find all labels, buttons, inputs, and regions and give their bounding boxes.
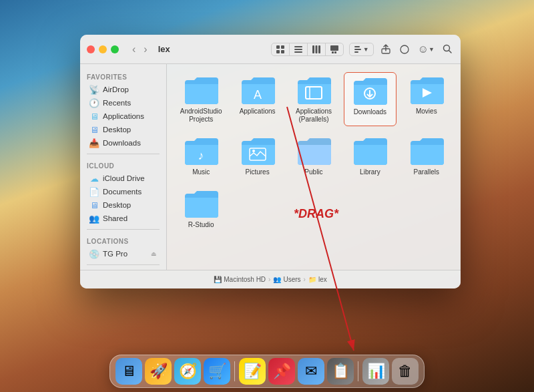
- file-name-music: Music: [192, 168, 210, 176]
- sidebar-item-icloud-drive[interactable]: ☁ iCloud Drive: [83, 172, 164, 185]
- breadcrumb-lex-icon: 📁: [308, 276, 316, 283]
- dock-item-launchpad[interactable]: 🚀: [145, 358, 172, 385]
- sidebar: Favorites 📡 AirDrop 🕐 Recents 🖥 Applicat…: [80, 64, 167, 270]
- minimize-button[interactable]: [99, 45, 107, 53]
- breadcrumb-hdd: 💾: [214, 276, 222, 283]
- file-name-movies: Movies: [416, 108, 437, 116]
- list-item[interactable]: Public: [288, 133, 340, 179]
- folder-icon-pictures: [239, 136, 276, 166]
- svg-rect-12: [334, 51, 336, 53]
- dock-item-mail[interactable]: ✉: [298, 358, 324, 385]
- sidebar-divider-1: [87, 154, 160, 154]
- downloads-sidebar-icon: 📥: [89, 138, 99, 148]
- more-button[interactable]: ☺ ▼: [417, 42, 436, 57]
- activity-dock-icon: 📊: [367, 363, 385, 380]
- dock-item-notes[interactable]: 📝: [239, 358, 266, 385]
- sidebar-item-downloads[interactable]: 📥 Downloads: [83, 136, 164, 150]
- sidebar-item-desktop[interactable]: 🖥 Desktop: [83, 123, 164, 136]
- sidebar-item-icloud-desktop[interactable]: 🖥 Desktop: [83, 198, 164, 212]
- folder-icon-movies: [408, 75, 445, 106]
- dock-item-safari[interactable]: 🧭: [174, 358, 201, 385]
- svg-line-19: [449, 51, 452, 53]
- icloud-icon: ☁: [89, 174, 99, 183]
- svg-rect-4: [294, 46, 302, 47]
- breadcrumb-users-icon: 👥: [273, 276, 281, 283]
- maximize-button[interactable]: [111, 45, 119, 53]
- forward-button[interactable]: ›: [141, 42, 150, 57]
- svg-rect-11: [332, 51, 334, 53]
- file-area: AndroidStudioProjects A Applications: [167, 64, 461, 270]
- file-name-downloads: Downloads: [354, 108, 386, 116]
- file-name-rstudio: R-Studio: [188, 221, 214, 229]
- sidebar-item-recents[interactable]: 🕐 Recents: [83, 96, 164, 110]
- svg-rect-6: [294, 51, 302, 53]
- close-button[interactable]: [87, 45, 95, 53]
- dock-separator: [234, 361, 235, 381]
- dock-item-appstore[interactable]: 🛒: [204, 358, 230, 385]
- list-item[interactable]: Applications (Parallels): [288, 72, 340, 126]
- dock-item-taskpaper[interactable]: 📋: [327, 358, 354, 385]
- list-item[interactable]: Movies: [400, 72, 453, 126]
- file-name-parallels: Parallels: [414, 168, 439, 176]
- favorites-label: Favorites: [80, 69, 166, 83]
- svg-rect-2: [276, 50, 280, 53]
- breadcrumb-users: 👥 Users: [273, 276, 300, 283]
- folder-icon-downloads: [351, 75, 388, 106]
- svg-text:A: A: [254, 88, 262, 102]
- dock-item-trash[interactable]: 🗑: [392, 358, 419, 385]
- dock: 🖥 🚀 🧭 🛒 📝 📌 ✉ 📋 📊 🗑: [109, 355, 425, 388]
- list-item[interactable]: Parallels: [400, 133, 453, 179]
- eject-icon[interactable]: ⏏: [151, 250, 157, 257]
- svg-point-17: [400, 45, 409, 53]
- sidebar-downloads-label: Downloads: [103, 139, 141, 147]
- list-item[interactable]: ♪ Music: [175, 133, 227, 179]
- list-item[interactable]: Pictures: [231, 133, 283, 179]
- file-name-public: Public: [304, 168, 322, 176]
- pocket-dock-icon: 📌: [273, 363, 291, 380]
- svg-rect-3: [281, 50, 284, 53]
- sidebar-icloud-desktop-label: Desktop: [103, 201, 131, 209]
- tag-button[interactable]: [398, 43, 411, 56]
- icloud-label: iCloud: [80, 158, 166, 172]
- sidebar-item-tgpro[interactable]: 💿 TG Pro ⏏: [83, 247, 164, 260]
- dock-item-finder[interactable]: 🖥: [115, 358, 142, 385]
- file-name-library: Library: [360, 168, 380, 176]
- finder-dock-icon: 🖥: [121, 363, 136, 380]
- sidebar-divider-3: [87, 264, 160, 265]
- list-view-button[interactable]: [290, 43, 308, 55]
- column-view-button[interactable]: [308, 43, 326, 55]
- list-item[interactable]: Library: [344, 133, 396, 179]
- traffic-lights: [87, 45, 119, 53]
- hdd-icon: 💿: [89, 249, 99, 258]
- svg-text:♪: ♪: [198, 149, 204, 162]
- sort-button[interactable]: ▼: [350, 43, 373, 55]
- list-item[interactable]: AndroidStudioProjects: [175, 72, 227, 126]
- sidebar-item-applications[interactable]: 🖥 Applications: [83, 110, 164, 123]
- search-button[interactable]: [441, 43, 454, 55]
- back-button[interactable]: ‹: [129, 42, 138, 57]
- icon-view-button[interactable]: [272, 43, 290, 55]
- folder-icon-public: [295, 136, 332, 166]
- breadcrumb-hdd-label: Macintosh HD: [224, 276, 266, 283]
- folder-icon-rstudio: [182, 188, 220, 219]
- shared-icon: 👥: [89, 214, 99, 223]
- drag-label: *DRAG*: [294, 207, 338, 221]
- sidebar-item-shared[interactable]: 👥 Shared: [83, 212, 164, 225]
- dock-item-pocket[interactable]: 📌: [268, 358, 295, 385]
- list-item[interactable]: Downloads: [344, 72, 396, 126]
- sidebar-icloud-label: iCloud Drive: [103, 174, 145, 182]
- share-button[interactable]: [379, 43, 392, 56]
- safari-dock-icon: 🧭: [179, 363, 197, 380]
- list-item[interactable]: A Applications: [231, 72, 283, 126]
- sidebar-item-airdrop[interactable]: 📡 AirDrop: [83, 83, 164, 96]
- sidebar-desktop-label: Desktop: [103, 126, 131, 134]
- sidebar-item-documents[interactable]: 📄 Documents: [83, 185, 164, 198]
- dock-item-activity[interactable]: 📊: [362, 358, 389, 385]
- svg-rect-8: [315, 45, 317, 53]
- taskpaper-dock-icon: 📋: [332, 363, 350, 380]
- svg-point-28: [252, 150, 255, 152]
- svg-rect-14: [354, 49, 361, 50]
- folder-icon-parallels: [408, 136, 445, 166]
- list-item[interactable]: R-Studio: [175, 186, 227, 232]
- gallery-view-button[interactable]: [326, 43, 343, 55]
